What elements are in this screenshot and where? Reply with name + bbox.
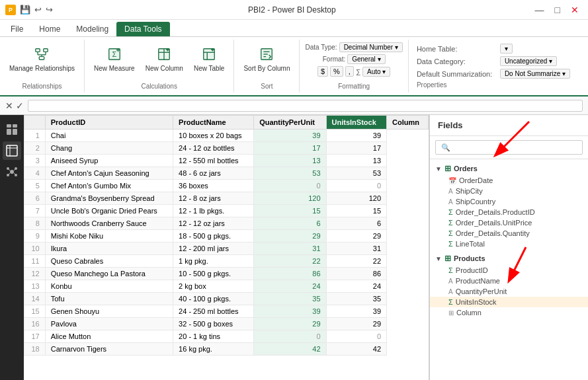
product-name-cell: Aniseed Syrup [45,155,173,167]
new-column-button[interactable]: New Column [142,42,187,75]
sort-icon [257,45,276,63]
column-cell: 39 [326,130,386,142]
col-header-productid[interactable]: ProductID [45,116,173,130]
data-category-select[interactable]: Uncategorized ▾ [500,56,557,66]
orders-section-header[interactable]: ▼ ⊞ Orders [430,162,588,175]
field-orderdate[interactable]: 📅 OrderDate [430,175,588,186]
field-order-details-productid[interactable]: Σ Order_Details.ProductID [430,207,588,217]
ribbon: Manage Relationships Relationships Σ New… [0,37,588,96]
col-header-productname[interactable]: ProductName [173,116,254,130]
row-num-cell: 10 [24,243,46,255]
new-table-icon [200,45,218,63]
tab-data-tools[interactable]: Data Tools [116,22,169,36]
minimize-button[interactable]: — [531,5,548,15]
main-wrapper: ProductID ProductName QuantityPerUnit Un… [0,115,588,380]
product-name-cell: Queso Manchego La Pastora [45,268,173,280]
auto-select[interactable]: Auto ▾ [362,67,390,77]
table-row: 3Aniseed Syrup12 - 550 ml bottles1313 [24,155,429,167]
column-cell: 31 [326,243,386,255]
report-view-icon[interactable] [3,120,21,139]
formula-input[interactable] [28,100,583,112]
units-in-stock-cell: 17 [254,142,326,155]
quantity-per-unit-cell: 24 - 250 ml bottles [173,305,254,318]
column-cell: 6 [326,217,386,230]
table-row: 11Queso Cabrales1 kg pkg.2222 [24,255,429,268]
new-table-button[interactable]: New Table [190,42,229,75]
currency-button[interactable]: $ [317,66,328,77]
field-order-details-quantity[interactable]: Σ Order_Details.Quantity [430,228,588,239]
units-in-stock-cell: 6 [254,217,326,230]
field-shipcity[interactable]: A ShipCity [430,186,588,196]
svg-rect-1 [44,49,48,52]
fields-panel-title: Fields [430,115,588,136]
home-table-select[interactable]: ▾ [500,44,513,54]
data-view-icon[interactable] [3,141,21,160]
undo-icon[interactable]: ↩ [34,5,42,15]
title-bar: P 💾 ↩ ↪ PBI2 - Power BI Desktop — □ ✕ [0,0,588,20]
products-section-header[interactable]: ▼ ⊞ Products [430,252,588,265]
field-unitsinstock[interactable]: Σ UnitsInStock [430,297,588,307]
data-type-select[interactable]: Decimal Number ▾ [339,42,403,52]
field-order-details-unitprice[interactable]: Σ Order_Details.UnitPrice [430,217,588,228]
svg-rect-2 [40,57,44,60]
row-num-cell: 2 [24,142,46,155]
table-area[interactable]: ProductID ProductName QuantityPerUnit Un… [24,115,429,380]
field-shipcity-label: ShipCity [456,187,483,195]
formula-accept-icon[interactable]: ✓ [16,100,24,111]
svg-rect-30 [7,145,17,156]
tab-home[interactable]: Home [31,22,68,36]
new-measure-button[interactable]: Σ New Measure [90,42,139,75]
column-cell: 53 [326,167,386,180]
col-header-unitsinstock[interactable]: UnitsInStock [326,116,386,130]
product-name-cell: Pavlova [45,318,173,330]
tab-modeling[interactable]: Modeling [68,22,116,36]
maximize-button[interactable]: □ [551,5,564,15]
field-productname[interactable]: A ProductName [430,276,588,286]
redo-icon[interactable]: ↪ [46,5,53,15]
fields-search-input[interactable] [435,140,583,155]
field-productid[interactable]: Σ ProductID [430,265,588,276]
default-summarization-select[interactable]: Do Not Summarize ▾ [500,69,570,79]
tab-file[interactable]: File [3,22,31,36]
field-shipcountry[interactable]: A ShipCountry [430,196,588,207]
calendar-icon: 📅 [448,177,456,184]
field-order-details-unitprice-label: Order_Details.UnitPrice [456,219,532,227]
col-header-column[interactable]: Column [387,116,429,130]
formula-cancel-icon[interactable]: ✕ [5,100,13,111]
units-in-stock-cell: 29 [254,230,326,243]
text-icon-4: A [448,288,453,295]
field-quantityperunit[interactable]: A QuantityPerUnit [430,286,588,297]
home-table-row: Home Table: ▾ [417,44,580,54]
close-button[interactable]: ✕ [567,5,583,15]
sigma-icon-3: Σ [448,229,453,237]
field-linetotal[interactable]: Σ LineTotal [430,239,588,249]
column-cell: 120 [326,192,386,205]
product-name-cell: Ikura [45,243,173,255]
format-select[interactable]: General ▾ [347,54,385,64]
percent-button[interactable]: % [330,66,343,77]
col-header-quantityperunit[interactable]: QuantityPerUnit [254,116,326,130]
units-in-stock-cell: 120 [254,192,326,205]
comma-button[interactable]: , [345,66,354,77]
row-num-cell: 15 [24,305,46,318]
product-name-cell: Chai [45,130,173,142]
row-num-cell: 18 [24,343,46,356]
products-label: Products [454,254,485,262]
save-icon[interactable]: 💾 [20,5,30,15]
model-view-icon[interactable] [3,163,21,181]
fields-tree: ▼ ⊞ Orders 📅 OrderDate A ShipCity A S [430,159,588,380]
product-name-cell: Chang [45,142,173,155]
table-row: 16Pavlova32 - 500 g boxes2929 [24,318,429,330]
field-productname-label: ProductName [456,277,500,285]
field-column[interactable]: ⊞ Column [430,307,588,318]
quantity-per-unit-cell: 2 kg box [173,280,254,293]
column-cell: 29 [326,318,386,330]
text-icon-3: A [448,278,453,285]
manage-relationships-button[interactable]: Manage Relationships [5,42,79,75]
column-cell: 42 [326,343,386,356]
sort-by-column-button[interactable]: Sort By Column [239,42,294,75]
product-name-cell: Konbu [45,280,173,293]
table-row: 12Queso Manchego La Pastora10 - 500 g pk… [24,268,429,280]
left-sidebar [0,115,24,380]
ribbon-group-sort: Sort By Column Sort [234,40,300,93]
